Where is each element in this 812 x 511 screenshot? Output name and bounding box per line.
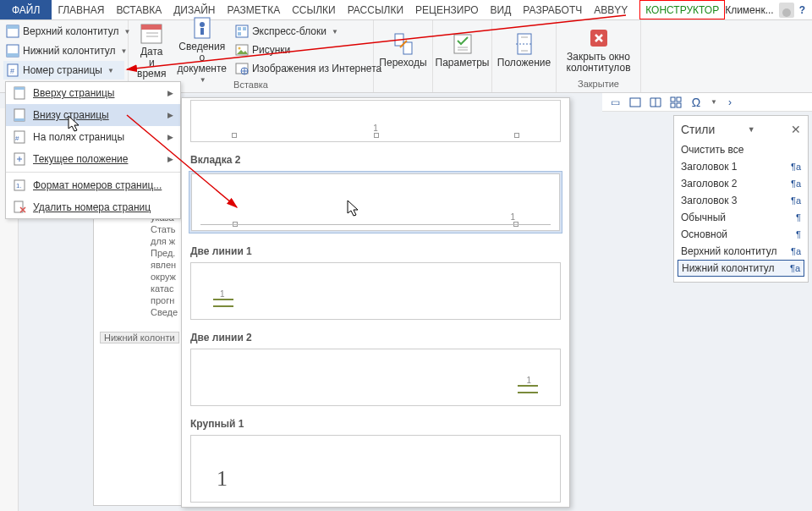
tab-review[interactable]: РЕЦЕНЗИРО — [409, 0, 485, 19]
menu-page-margins[interactable]: # На полях страницы ▶ — [6, 126, 180, 148]
tab-insert[interactable]: ВСТАВКА — [110, 0, 167, 19]
date-time-button[interactable]: Дата и время — [132, 23, 171, 79]
page-margins-icon: # — [13, 130, 26, 144]
tab-view[interactable]: ВИД — [485, 0, 518, 19]
style-normal[interactable]: Обычный¶ — [674, 209, 808, 226]
tab-layout[interactable]: РАЗМЕТКА С — [222, 0, 287, 19]
grid-icon[interactable] — [668, 95, 683, 110]
picture-icon — [235, 43, 249, 57]
help-icon[interactable]: ? — [799, 4, 805, 16]
tab-abbyy[interactable]: ABBYY FineR — [588, 0, 639, 19]
page-number-gallery[interactable]: 1 Вкладка 2 1 Две линии 1 1 Две линии 2 … — [181, 97, 570, 508]
gallery-item[interactable]: 1 — [189, 349, 562, 406]
menu-remove-numbers[interactable]: Удалить номера страниц — [6, 196, 180, 218]
style-heading3[interactable]: Заголовок 3¶a — [674, 192, 808, 209]
position-button[interactable]: Положение — [496, 22, 552, 78]
calendar-icon — [140, 21, 163, 45]
svg-rect-46 — [677, 103, 681, 107]
chevron-right-icon[interactable]: › — [722, 95, 738, 110]
svg-point-18 — [238, 47, 240, 50]
page-top-icon — [13, 86, 26, 100]
style-heading1[interactable]: Заголовок 1¶a — [674, 158, 808, 175]
gallery-heading: Вкладка 2 — [182, 149, 569, 169]
doc-info-button[interactable]: Сведения о документе▼ — [172, 23, 232, 79]
online-pictures-button[interactable]: Изображения из Интернета — [233, 59, 384, 78]
svg-rect-22 — [403, 42, 412, 54]
close-header-footer-button[interactable]: Закрыть окно колонтитулов — [560, 22, 637, 78]
tab-references[interactable]: ССЫЛКИ — [286, 0, 341, 19]
close-icon[interactable]: ✕ — [791, 123, 801, 136]
menu-top-of-page[interactable]: Вверху страницы ▶ — [6, 82, 180, 104]
tab-developer[interactable]: РАЗРАБОТЧ — [517, 0, 588, 19]
gallery-heading: Две линии 1 — [182, 240, 569, 261]
quick-parts-button[interactable]: Экспресс-блоки▼ — [233, 22, 384, 41]
tab-constructor[interactable]: КОНСТРУКТОР — [639, 0, 725, 19]
label: Верхний колонтитул — [23, 25, 118, 37]
dropdown-icon: ▼ — [332, 28, 338, 36]
svg-text:#: # — [15, 135, 19, 142]
linked-style-icon: ¶a — [791, 195, 801, 206]
gallery-item[interactable]: 1 — [189, 100, 562, 142]
dropdown-icon[interactable]: ▼ — [710, 98, 717, 106]
position-icon — [513, 32, 536, 56]
page-bottom-icon — [13, 108, 26, 122]
pictures-button[interactable]: Рисунки — [233, 41, 384, 59]
svg-text:#: # — [10, 67, 14, 75]
navigation-button[interactable]: Переходы — [377, 22, 429, 78]
navigation-icon — [392, 32, 415, 56]
options-button[interactable]: Параметры — [436, 22, 488, 78]
tab-file[interactable]: ФАЙЛ — [0, 0, 52, 19]
footer-icon — [6, 44, 19, 58]
book-icon[interactable] — [648, 95, 663, 110]
right-toolbar: ▭ Ω ▼ › — [602, 93, 812, 112]
user-avatar-icon[interactable] — [779, 3, 794, 18]
preview-thumbnail: 1 — [190, 262, 561, 320]
gallery-item[interactable]: 1 — [189, 262, 562, 320]
gallery-heading: Две линии 2 — [182, 327, 569, 347]
omega-icon[interactable]: Ω — [689, 95, 704, 110]
style-footer[interactable]: Нижний колонтитул¶a — [678, 260, 804, 277]
label: Формат номеров страниц... — [33, 179, 162, 191]
gallery-item[interactable]: 1 — [189, 435, 562, 503]
label: Внизу страницы — [33, 109, 109, 121]
style-body[interactable]: Основной¶ — [674, 226, 808, 243]
svg-rect-42 — [630, 98, 640, 107]
page-number-button[interactable]: # Номер страницы▼ — [3, 61, 124, 80]
menu-current-position[interactable]: Текущее положение ▶ — [6, 148, 180, 170]
footer-region-label: Нижний колонти — [100, 332, 179, 343]
svg-rect-45 — [671, 103, 675, 107]
preview-thumbnail: 1 — [190, 100, 561, 142]
dropdown-icon: ▼ — [121, 47, 128, 55]
view-icon[interactable] — [628, 95, 643, 110]
header-top-button[interactable]: Верхний колонтитул▼ — [3, 22, 124, 41]
paragraph-style-icon: ¶ — [796, 212, 801, 223]
user-name[interactable]: Клименк... — [725, 4, 774, 16]
label: Сведения о документе — [177, 41, 227, 74]
paragraph-style-icon: ¶ — [796, 229, 801, 239]
page-number-menu: Вверху страницы ▶ Внизу страницы ▶ # На … — [5, 81, 181, 219]
label: Удалить номера страниц — [33, 201, 151, 213]
menu-bottom-of-page[interactable]: Внизу страницы ▶ — [6, 104, 180, 126]
dropdown-icon[interactable]: ▼ — [748, 125, 755, 134]
menu-format-numbers[interactable]: 1. Формат номеров страниц... — [6, 174, 180, 196]
footer-button[interactable]: Нижний колонтитул▼ — [3, 41, 124, 60]
svg-point-11 — [200, 22, 205, 27]
label: Экспресс-блоки — [252, 25, 326, 37]
tab-home[interactable]: ГЛАВНАЯ — [52, 0, 110, 19]
page-number-icon: # — [6, 63, 19, 77]
label: Дата и время — [137, 47, 166, 80]
ruler-icon[interactable]: ▭ — [607, 95, 623, 110]
tab-mailings[interactable]: РАССЫЛКИ — [342, 0, 409, 19]
online-picture-icon — [235, 62, 249, 75]
svg-rect-14 — [238, 27, 241, 30]
dropdown-icon: ▼ — [107, 67, 114, 74]
style-heading2[interactable]: Заголовок 2¶a — [674, 175, 808, 192]
label: На полях страницы — [33, 131, 124, 143]
label: Номер страницы — [23, 64, 102, 76]
style-header[interactable]: Верхний колонтитул¶a — [674, 243, 808, 260]
header-icon — [6, 25, 19, 38]
gallery-item-selected[interactable]: 1 — [189, 171, 562, 234]
svg-rect-16 — [238, 32, 241, 36]
style-clear[interactable]: Очистить все — [674, 141, 808, 158]
document-text-fragment: указаСтатьдля ж Пред.явленокруж катаспро… — [151, 212, 184, 318]
